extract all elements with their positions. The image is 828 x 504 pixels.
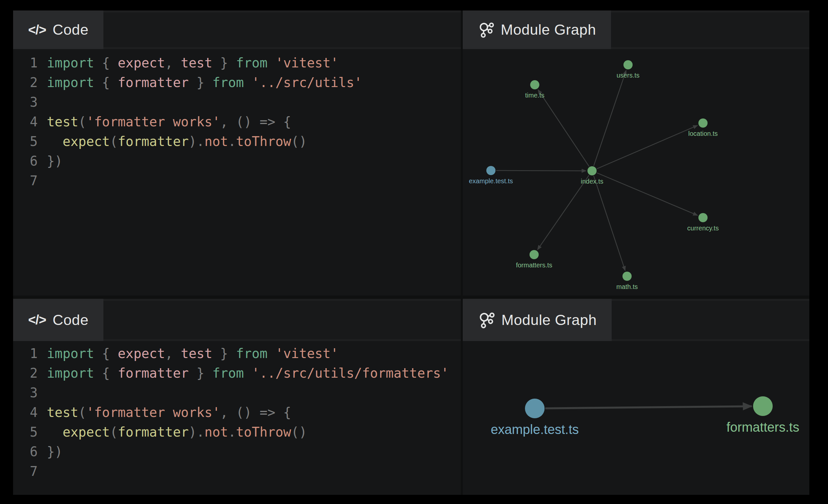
graph-node-label-formatters.ts: formatters.ts (516, 261, 552, 269)
graph-node-label-example.test.ts: example.test.ts (469, 177, 513, 184)
graph-node-math.ts[interactable] (622, 271, 632, 281)
code-line: 5 expect(formatter).not.toThrow() (13, 422, 461, 442)
code-line: 2import { formatter } from '../src/utils… (13, 73, 461, 92)
graph-node-example.test.ts[interactable] (486, 166, 496, 175)
code-line: 1import { expect, test } from 'vitest' (13, 53, 461, 73)
line-number: 4 (20, 112, 38, 132)
line-number: 3 (20, 92, 38, 112)
code-icon: </> (28, 312, 46, 327)
panel-code-top-header: </> Code (13, 10, 461, 49)
code-line: 7 (13, 171, 461, 191)
module-graph-canvas-bottom[interactable]: example.test.tsformatters.ts (463, 341, 809, 495)
line-number: 7 (20, 461, 38, 481)
header-filler (612, 301, 809, 339)
graph-node-label-index.ts: index.ts (581, 178, 604, 185)
module-graph-icon (478, 311, 495, 329)
panel-code-bottom-header: </> Code (13, 299, 461, 341)
code-line: 5 expect(formatter).not.toThrow() (13, 132, 461, 151)
code-line: 6}) (13, 442, 461, 461)
code-line: 7 (13, 461, 461, 481)
app-root: </> Code 1import { expect, test } from '… (0, 0, 828, 504)
tab-module-graph-label: Module Graph (501, 311, 596, 329)
header-filler (104, 12, 461, 47)
panel-module-graph-top-header: Module Graph (463, 10, 809, 49)
tab-module-graph[interactable]: Module Graph (463, 299, 612, 341)
module-graph-icon (478, 22, 494, 38)
graph-edge-index.ts-time.ts (538, 90, 589, 167)
code-line: 6}) (13, 151, 461, 171)
tab-code[interactable]: </> Code (13, 10, 104, 49)
graph-edge-index.ts-users.ts (594, 70, 626, 166)
graph-node-label-time.ts: time.ts (525, 92, 545, 99)
graph-edge-index.ts-currency.ts (597, 173, 698, 215)
code-editor-bottom[interactable]: 1import { expect, test } from 'vitest'2i… (13, 341, 461, 481)
code-line: 1import { expect, test } from 'vitest' (13, 344, 461, 363)
graph-node-label-currency.ts: currency.ts (687, 224, 719, 232)
panel-module-graph-bottom: Module Graph example.test.tsformatters.t… (463, 299, 809, 495)
tab-module-graph[interactable]: Module Graph (463, 10, 611, 49)
module-graph-canvas-top[interactable]: users.tstime.tslocation.tsexample.test.t… (463, 49, 809, 296)
graph-node-label-location.ts: location.ts (688, 130, 718, 137)
graph-edge-example.test.ts-formatters.ts (545, 406, 752, 408)
panel-module-graph-top: Module Graph users.tstime.tslocation.tse… (463, 10, 809, 296)
line-number: 1 (20, 53, 38, 73)
graph-node-formatters.ts[interactable] (530, 250, 539, 259)
code-line: 4test('formatter works', () => { (13, 112, 461, 132)
tab-code[interactable]: </> Code (13, 299, 104, 341)
tab-code-label: Code (53, 311, 89, 329)
graph-node-index.ts[interactable] (587, 166, 596, 175)
line-number: 2 (20, 73, 38, 92)
code-line: 3 (13, 383, 461, 403)
line-number: 6 (20, 442, 38, 461)
graph-node-currency.ts[interactable] (698, 213, 708, 222)
line-number: 4 (20, 403, 38, 422)
line-number: 5 (20, 132, 38, 151)
code-line: 3 (13, 92, 461, 112)
code-line: 2import { formatter } from '../src/utils… (13, 363, 461, 383)
graph-node-label-example.test.ts: example.test.ts (491, 422, 579, 436)
panel-code-top: </> Code 1import { expect, test } from '… (13, 10, 461, 296)
line-number: 3 (20, 383, 38, 403)
graph-node-time.ts[interactable] (530, 80, 539, 89)
graph-node-label-formatters.ts: formatters.ts (727, 420, 799, 434)
graph-edge-index.ts-formatters.ts (537, 175, 589, 250)
graph-node-location.ts[interactable] (698, 119, 708, 128)
graph-edge-index.ts-math.ts (594, 176, 625, 271)
tab-code-label: Code (53, 21, 89, 38)
graph-edge-index.ts-location.ts (597, 125, 698, 169)
tab-module-graph-label: Module Graph (501, 21, 596, 38)
header-filler (611, 12, 809, 47)
panel-module-graph-bottom-header: Module Graph (463, 299, 809, 341)
code-icon: </> (28, 23, 46, 37)
graph-node-label-math.ts: math.ts (616, 283, 638, 290)
graph-node-example.test.ts[interactable] (525, 398, 545, 418)
code-line: 4test('formatter works', () => { (13, 403, 461, 422)
line-number: 1 (20, 344, 38, 363)
graph-edge-example.test.ts-index.ts (496, 170, 586, 171)
line-number: 7 (20, 171, 38, 191)
graph-node-users.ts[interactable] (623, 60, 633, 69)
header-filler (104, 301, 461, 339)
line-number: 5 (20, 422, 38, 442)
panel-code-bottom: </> Code 1import { expect, test } from '… (13, 299, 461, 495)
line-number: 2 (20, 363, 38, 383)
code-editor-top[interactable]: 1import { expect, test } from 'vitest'2i… (13, 49, 461, 191)
line-number: 6 (20, 151, 38, 171)
graph-node-label-users.ts: users.ts (617, 72, 639, 79)
graph-node-formatters.ts[interactable] (753, 396, 773, 416)
